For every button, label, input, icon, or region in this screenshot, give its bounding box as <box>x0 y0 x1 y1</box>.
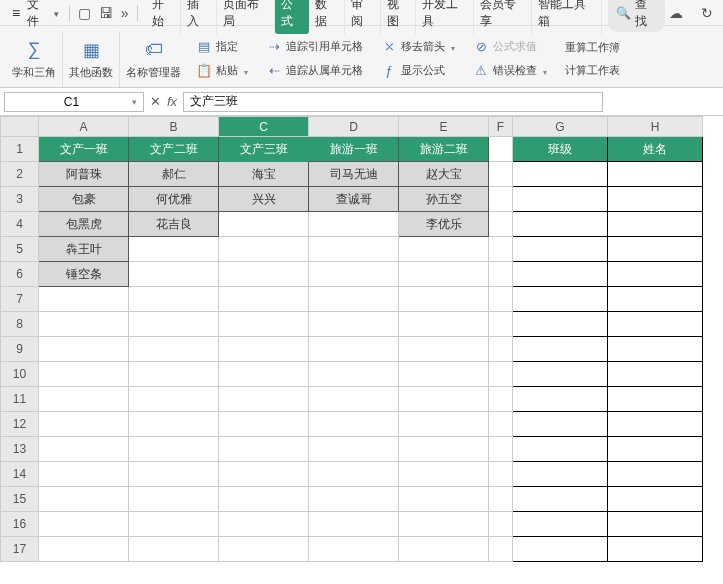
cell-F11[interactable] <box>489 387 513 412</box>
cell-F15[interactable] <box>489 487 513 512</box>
cell-A9[interactable] <box>39 337 129 362</box>
cancel-icon[interactable]: ✕ <box>150 94 161 109</box>
cell-E14[interactable] <box>399 462 489 487</box>
cell-D11[interactable] <box>309 387 399 412</box>
refresh-icon[interactable]: ↻ <box>697 3 717 23</box>
cell-B5[interactable] <box>129 237 219 262</box>
cell-C7[interactable] <box>219 287 309 312</box>
cell-E7[interactable] <box>399 287 489 312</box>
cell-G16[interactable] <box>513 512 608 537</box>
cell-H3[interactable] <box>608 187 703 212</box>
cell-G7[interactable] <box>513 287 608 312</box>
cell-G9[interactable] <box>513 337 608 362</box>
cell-C14[interactable] <box>219 462 309 487</box>
cell-C15[interactable] <box>219 487 309 512</box>
col-header-E[interactable]: E <box>399 117 489 137</box>
cell-D6[interactable] <box>309 262 399 287</box>
new-doc-icon[interactable]: ▢ <box>74 3 95 23</box>
cell-D17[interactable] <box>309 537 399 562</box>
cell-D8[interactable] <box>309 312 399 337</box>
cell-B6[interactable] <box>129 262 219 287</box>
name-box[interactable]: ▾ <box>4 92 144 112</box>
cell-H2[interactable] <box>608 162 703 187</box>
col-header-D[interactable]: D <box>309 117 399 137</box>
trace-precedents-button[interactable]: ⇢追踪引用单元格 <box>263 37 366 57</box>
cell-H8[interactable] <box>608 312 703 337</box>
cell-H14[interactable] <box>608 462 703 487</box>
cell-F5[interactable] <box>489 237 513 262</box>
cell-B14[interactable] <box>129 462 219 487</box>
col-header-F[interactable]: F <box>489 117 513 137</box>
row-header-13[interactable]: 13 <box>1 437 39 462</box>
cell-G17[interactable] <box>513 537 608 562</box>
name-box-input[interactable] <box>11 95 132 109</box>
cell-C1[interactable]: 文产三班 <box>219 137 309 162</box>
cell-B11[interactable] <box>129 387 219 412</box>
col-header-C[interactable]: C <box>219 117 309 137</box>
cell-D10[interactable] <box>309 362 399 387</box>
row-header-10[interactable]: 10 <box>1 362 39 387</box>
cell-H1[interactable]: 姓名 <box>608 137 703 162</box>
cell-A10[interactable] <box>39 362 129 387</box>
cell-C16[interactable] <box>219 512 309 537</box>
cell-C8[interactable] <box>219 312 309 337</box>
chevron-down-icon[interactable]: ▾ <box>132 97 137 107</box>
tab-1[interactable]: 插入 <box>181 0 217 34</box>
file-menu[interactable]: 文件 <box>6 0 65 32</box>
cell-A7[interactable] <box>39 287 129 312</box>
tab-2[interactable]: 页面布局 <box>217 0 275 34</box>
cell-E11[interactable] <box>399 387 489 412</box>
tab-5[interactable]: 审阅 <box>345 0 381 34</box>
cell-F12[interactable] <box>489 412 513 437</box>
error-check-button[interactable]: ⚠错误检查 <box>470 61 550 81</box>
row-header-16[interactable]: 16 <box>1 512 39 537</box>
row-header-11[interactable]: 11 <box>1 387 39 412</box>
cell-D9[interactable] <box>309 337 399 362</box>
cell-G4[interactable] <box>513 212 608 237</box>
col-header-H[interactable]: H <box>608 117 703 137</box>
cell-G15[interactable] <box>513 487 608 512</box>
trace-dependents-button[interactable]: ⇠追踪从属单元格 <box>263 61 366 81</box>
fx-icon[interactable]: fx <box>167 94 177 109</box>
cell-G12[interactable] <box>513 412 608 437</box>
search-box[interactable]: 🔍 查找 <box>608 0 665 32</box>
cell-C5[interactable] <box>219 237 309 262</box>
tab-4[interactable]: 数据 <box>309 0 345 34</box>
cell-F8[interactable] <box>489 312 513 337</box>
cell-A3[interactable]: 包豪 <box>39 187 129 212</box>
cell-G5[interactable] <box>513 237 608 262</box>
cell-D1[interactable]: 旅游一班 <box>309 137 399 162</box>
row-header-7[interactable]: 7 <box>1 287 39 312</box>
cell-F6[interactable] <box>489 262 513 287</box>
row-header-1[interactable]: 1 <box>1 137 39 162</box>
cell-E8[interactable] <box>399 312 489 337</box>
cell-A12[interactable] <box>39 412 129 437</box>
cell-G13[interactable] <box>513 437 608 462</box>
cell-F4[interactable] <box>489 212 513 237</box>
cell-B10[interactable] <box>129 362 219 387</box>
cell-E4[interactable]: 李优乐 <box>399 212 489 237</box>
paste-button[interactable]: 📋粘贴 <box>193 61 251 81</box>
cell-H5[interactable] <box>608 237 703 262</box>
cell-E2[interactable]: 赵大宝 <box>399 162 489 187</box>
cell-E12[interactable] <box>399 412 489 437</box>
cell-H10[interactable] <box>608 362 703 387</box>
tab-3[interactable]: 公式 <box>275 0 310 34</box>
cell-D16[interactable] <box>309 512 399 537</box>
cell-G6[interactable] <box>513 262 608 287</box>
col-header-B[interactable]: B <box>129 117 219 137</box>
ribbon-group-trig[interactable]: ∑ 学和三角 <box>6 31 63 87</box>
cell-C10[interactable] <box>219 362 309 387</box>
row-header-15[interactable]: 15 <box>1 487 39 512</box>
cell-A15[interactable] <box>39 487 129 512</box>
cell-G10[interactable] <box>513 362 608 387</box>
row-header-14[interactable]: 14 <box>1 462 39 487</box>
cell-D4[interactable] <box>309 212 399 237</box>
cell-E17[interactable] <box>399 537 489 562</box>
cell-H17[interactable] <box>608 537 703 562</box>
cell-H7[interactable] <box>608 287 703 312</box>
cell-C13[interactable] <box>219 437 309 462</box>
cell-E1[interactable]: 旅游二班 <box>399 137 489 162</box>
cell-H16[interactable] <box>608 512 703 537</box>
cell-F7[interactable] <box>489 287 513 312</box>
